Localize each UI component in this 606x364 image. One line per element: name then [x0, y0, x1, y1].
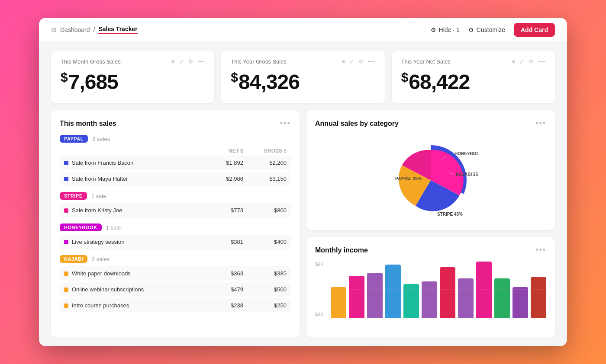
expand-icon-0[interactable]: ⤢ — [179, 58, 184, 65]
group-header-2: HONEYBOOK 1 sale — [60, 224, 291, 231]
payment-group-0: PAYPAL 2 sales NET $ GROSS $ Sale from F… — [60, 135, 291, 186]
bar-chart — [331, 262, 546, 318]
gear-icon-0[interactable]: ⚙ — [188, 58, 193, 65]
income-panel-menu[interactable]: ••• — [535, 246, 546, 255]
group-header-0: PAYPAL 2 sales — [60, 135, 291, 143]
bar-chart-wrapper: $6K $3K — [315, 262, 546, 318]
kpi-title-1: This Year Gross Sales — [231, 58, 287, 65]
sales-panel: This month sales ••• PAYPAL 2 sales NET … — [51, 110, 300, 338]
dots-icon-1[interactable]: ••• — [368, 58, 375, 65]
row-gross-3-1: $500 — [243, 286, 287, 293]
bar-0 — [331, 287, 346, 318]
expand-icon-1[interactable]: ⤢ — [349, 58, 354, 65]
bar-8 — [476, 262, 492, 318]
gear-icon-2[interactable]: ⚙ — [529, 58, 534, 65]
row-gross-2-0: $400 — [243, 239, 287, 245]
annual-panel-header: Annual sales by category ••• — [315, 119, 546, 128]
filter-icon-0[interactable]: ≡ — [171, 58, 175, 65]
sales-row-2-0: Live strategy session $381 $400 — [60, 235, 291, 249]
sales-panel-header: This month sales ••• — [60, 119, 291, 128]
group-count-0: 2 sales — [92, 136, 110, 142]
kpi-title-2: This Year Net Sales — [401, 58, 451, 65]
row-label-3-2: Intro course purchases — [72, 302, 129, 309]
kpi-card-1: This Year Gross Sales ≡ ⤢ ⚙ ••• $84,326 — [221, 51, 384, 103]
row-gross-0-0: $2,200 — [243, 160, 287, 166]
bar-3 — [385, 265, 401, 318]
row-name-1-0: Sale from Kristy Joe — [64, 207, 200, 214]
kpi-row: This Month Gross Sales ≡ ⤢ ⚙ ••• $7,685 … — [51, 51, 555, 103]
hide-button[interactable]: ⚙ Hide · 1 — [431, 26, 460, 33]
pie-chart-svg: HONEYBOOK 15% KAJABI 25% PAYPAL 25% STRI… — [383, 137, 478, 224]
row-dot-3-2 — [64, 303, 68, 308]
kpi-dollar-2: $ — [401, 70, 408, 84]
payment-group-3: KAJABI 2 sales White paper downloads $36… — [60, 255, 291, 313]
annual-panel-menu[interactable]: ••• — [535, 119, 546, 128]
current-page: Sales Tracker — [98, 26, 137, 34]
sales-row-3-0: White paper downloads $363 $385 — [60, 266, 291, 281]
y-axis: $6K $3K — [315, 262, 324, 318]
row-label-2-0: Live strategy session — [72, 239, 124, 245]
kpi-header-2: This Year Net Sales ≡ ⤢ ⚙ ••• — [401, 58, 545, 65]
income-panel-header: Monthly income ••• — [315, 246, 546, 255]
sales-row-3-1: Online webinar subscriptions $479 $500 — [60, 282, 291, 297]
row-net-3-1: $479 — [200, 286, 243, 293]
bar-2 — [367, 273, 383, 318]
svg-text:HONEYBOOK 15%: HONEYBOOK 15% — [455, 151, 478, 156]
monthly-income-panel: Monthly income ••• $6K $3K — [306, 237, 555, 338]
kpi-icons-1: ≡ ⤢ ⚙ ••• — [342, 58, 375, 65]
gear-icon-1[interactable]: ⚙ — [358, 58, 364, 65]
sales-row-0-1: Sale from Maya Halter $2,986 $3,150 — [60, 172, 291, 186]
kpi-icons-2: ≡ ⤢ ⚙ ••• — [512, 58, 545, 65]
dots-icon-0[interactable]: ••• — [198, 58, 205, 65]
header-actions: ⚙ Hide · 1 ⚙ Customize Add Card — [431, 23, 555, 37]
row-name-3-1: Online webinar subscriptions — [64, 286, 200, 293]
sales-groups: PAYPAL 2 sales NET $ GROSS $ Sale from F… — [60, 135, 291, 313]
row-label-0-0: Sale from Francis Bacon — [72, 160, 133, 166]
row-net-3-2: $238 — [200, 302, 243, 309]
annual-panel-title: Annual sales by category — [315, 120, 399, 128]
row-dot-2-0 — [64, 240, 68, 244]
bottom-row: This month sales ••• PAYPAL 2 sales NET … — [51, 110, 555, 338]
group-badge-0: PAYPAL — [60, 135, 88, 143]
group-count-3: 2 sales — [92, 256, 110, 262]
kpi-card-2: This Year Net Sales ≡ ⤢ ⚙ ••• $68,422 — [392, 51, 555, 103]
col-gross: GROSS $ — [243, 148, 287, 154]
row-net-1-0: $773 — [200, 207, 243, 214]
bars-container — [331, 262, 546, 318]
sales-row-1-0: Sale from Kristy Joe $773 $800 — [60, 203, 291, 217]
row-net-0-1: $2,986 — [200, 176, 243, 182]
kpi-value-2: $68,422 — [401, 70, 545, 94]
row-label-3-1: Online webinar subscriptions — [72, 286, 144, 293]
filter-icon: ⚙ — [431, 26, 436, 33]
kpi-header-0: This Month Gross Sales ≡ ⤢ ⚙ ••• — [61, 58, 205, 65]
sales-row-3-2: Intro course purchases $238 $250 — [60, 298, 291, 313]
sales-panel-title: This month sales — [60, 120, 116, 128]
row-label-0-1: Sale from Maya Halter — [72, 176, 128, 182]
customize-icon: ⚙ — [468, 26, 474, 33]
sales-panel-menu[interactable]: ••• — [280, 119, 291, 128]
kpi-dollar-0: $ — [61, 70, 68, 84]
svg-text:STRIPE 45%: STRIPE 45% — [437, 212, 463, 217]
sales-table-header: NET $ GROSS $ — [60, 146, 291, 156]
expand-icon-2[interactable]: ⤢ — [519, 58, 524, 65]
add-card-button[interactable]: Add Card — [514, 23, 555, 37]
row-net-0-0: $1,892 — [200, 160, 243, 166]
main-content: This Month Gross Sales ≡ ⤢ ⚙ ••• $7,685 … — [39, 42, 567, 346]
grid-icon: ⊞ — [51, 26, 57, 34]
dots-icon-2[interactable]: ••• — [538, 58, 545, 65]
kpi-header-1: This Year Gross Sales ≡ ⤢ ⚙ ••• — [231, 58, 375, 65]
group-badge-2: HONEYBOOK — [60, 224, 102, 231]
filter-icon-1[interactable]: ≡ — [342, 58, 345, 65]
kpi-value-1: $84,326 — [231, 70, 375, 94]
kpi-card-0: This Month Gross Sales ≡ ⤢ ⚙ ••• $7,685 — [51, 51, 214, 103]
col-name — [64, 148, 200, 154]
payment-group-1: STRIPE 1 sale Sale from Kristy Joe $773 … — [60, 192, 291, 217]
bar-4 — [403, 284, 419, 318]
filter-icon-2[interactable]: ≡ — [512, 58, 516, 65]
customize-button[interactable]: ⚙ Customize — [468, 26, 505, 33]
app-window: ⊞ Dashboard / Sales Tracker ⚙ Hide · 1 ⚙… — [39, 18, 567, 346]
row-dot-0-1 — [64, 177, 68, 181]
annual-sales-panel: Annual sales by category ••• — [306, 110, 555, 230]
dashboard-link[interactable]: Dashboard — [60, 26, 90, 33]
group-count-2: 1 sale — [106, 224, 121, 231]
